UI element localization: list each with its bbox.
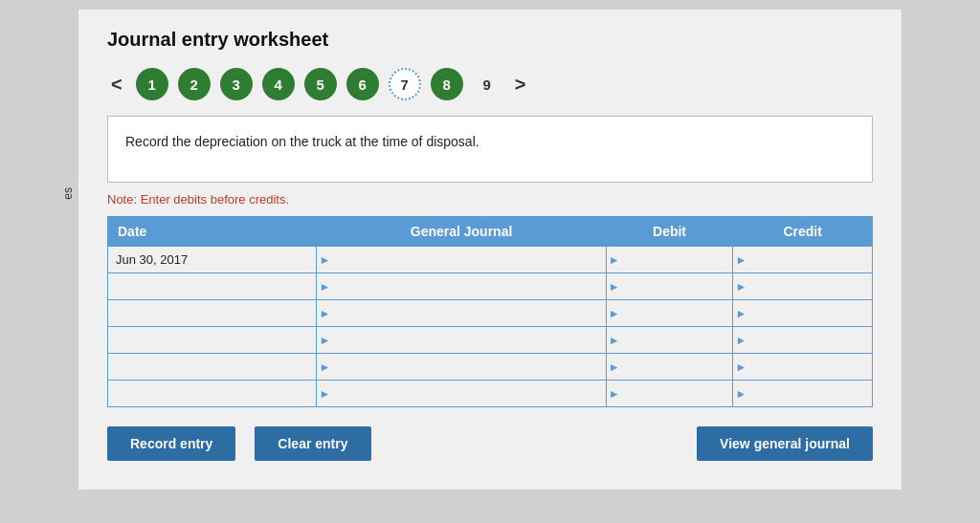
arrow-icon-5: ► <box>319 360 330 374</box>
date-cell-5 <box>108 354 317 381</box>
step-9[interactable]: 9 <box>473 70 501 98</box>
date-cell-1: Jun 30, 2017 <box>108 247 317 273</box>
header-general-journal: General Journal <box>317 217 606 247</box>
arrow-icon-4: ► <box>319 334 330 347</box>
header-credit: Credit <box>733 217 873 247</box>
instruction-text: Record the depreciation on the truck at … <box>125 134 479 149</box>
table-row: ► ► ► <box>108 327 873 354</box>
button-row: Record entry Clear entry View general jo… <box>107 426 873 461</box>
arrow-icon-2: ► <box>319 280 330 294</box>
table-row: ► ► ► <box>108 381 873 407</box>
arrow-icon-d5: ► <box>609 360 620 374</box>
arrow-icon-6: ► <box>319 387 330 401</box>
next-arrow[interactable]: > <box>511 74 530 96</box>
arrow-icon-1: ► <box>319 253 330 267</box>
debit-cell-5[interactable]: ► <box>606 354 733 381</box>
main-container: es Journal entry worksheet < 1 2 3 4 5 6… <box>78 10 902 490</box>
credit-cell-4[interactable]: ► <box>733 327 873 354</box>
arrow-icon-d4: ► <box>609 334 620 347</box>
arrow-icon-c2: ► <box>735 280 746 294</box>
general-journal-cell-4[interactable]: ► <box>317 327 606 354</box>
general-journal-cell-6[interactable]: ► <box>317 381 606 407</box>
date-cell-4 <box>108 327 317 354</box>
arrow-icon-c4: ► <box>735 334 746 347</box>
debit-cell-2[interactable]: ► <box>606 273 733 300</box>
general-journal-cell-3[interactable]: ► <box>317 300 606 327</box>
clear-entry-button[interactable]: Clear entry <box>255 426 370 461</box>
general-journal-cell-2[interactable]: ► <box>317 273 606 300</box>
prev-arrow[interactable]: < <box>107 74 126 96</box>
credit-cell-1[interactable]: ► <box>733 247 873 273</box>
journal-table: Date General Journal Debit Credit Jun 30… <box>107 216 873 407</box>
record-entry-button[interactable]: Record entry <box>107 426 235 461</box>
side-tab: es <box>57 182 78 206</box>
arrow-icon-c6: ► <box>735 387 746 401</box>
date-cell-6 <box>108 381 317 407</box>
step-1[interactable]: 1 <box>136 68 168 100</box>
page-title: Journal entry worksheet <box>107 29 873 51</box>
credit-cell-5[interactable]: ► <box>733 354 873 381</box>
arrow-icon-3: ► <box>319 307 330 320</box>
step-8[interactable]: 8 <box>431 68 463 100</box>
debit-cell-6[interactable]: ► <box>606 381 733 407</box>
table-row: ► ► ► <box>108 300 873 327</box>
table-header-row: Date General Journal Debit Credit <box>108 217 873 247</box>
step-7[interactable]: 7 <box>389 68 421 100</box>
header-date: Date <box>108 217 317 247</box>
arrow-icon-d1: ► <box>609 253 620 267</box>
arrow-icon-c5: ► <box>735 360 746 374</box>
arrow-icon-c1: ► <box>735 253 746 267</box>
step-6[interactable]: 6 <box>346 68 379 100</box>
date-cell-3 <box>108 300 317 327</box>
header-debit: Debit <box>606 217 733 247</box>
date-cell-2 <box>108 273 317 300</box>
general-journal-cell-1[interactable]: ► <box>317 247 606 273</box>
credit-cell-2[interactable]: ► <box>733 273 873 300</box>
table-row: Jun 30, 2017 ► ► ► <box>108 247 873 273</box>
debit-cell-3[interactable]: ► <box>606 300 733 327</box>
table-row: ► ► ► <box>108 273 873 300</box>
arrow-icon-d3: ► <box>609 307 620 320</box>
step-4[interactable]: 4 <box>262 68 295 100</box>
nav-row: < 1 2 3 4 5 6 7 8 9 > <box>107 68 873 100</box>
note-text: Note: Enter debits before credits. <box>107 192 873 207</box>
step-3[interactable]: 3 <box>220 68 253 100</box>
table-row: ► ► ► <box>108 354 873 381</box>
credit-cell-3[interactable]: ► <box>733 300 873 327</box>
general-journal-cell-5[interactable]: ► <box>317 354 606 381</box>
view-general-journal-button[interactable]: View general journal <box>697 426 873 461</box>
credit-cell-6[interactable]: ► <box>733 381 873 407</box>
step-2[interactable]: 2 <box>178 68 211 100</box>
arrow-icon-d2: ► <box>609 280 620 294</box>
instruction-box: Record the depreciation on the truck at … <box>107 116 873 183</box>
debit-cell-4[interactable]: ► <box>606 327 733 354</box>
debit-cell-1[interactable]: ► <box>606 247 733 273</box>
arrow-icon-c3: ► <box>735 307 746 320</box>
arrow-icon-d6: ► <box>609 387 620 401</box>
step-5[interactable]: 5 <box>304 68 337 100</box>
